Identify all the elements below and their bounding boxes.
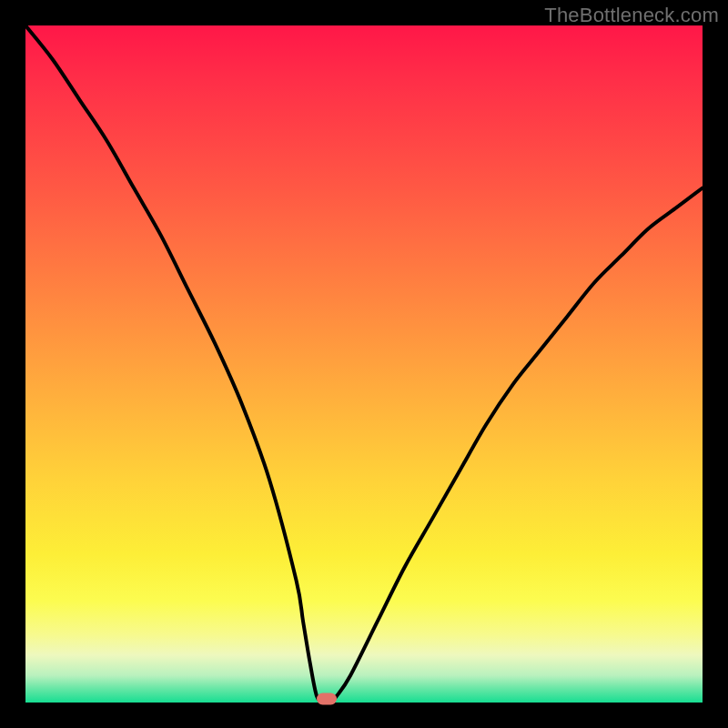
watermark-text: TheBottleneck.com: [544, 4, 719, 27]
curve-svg: [25, 25, 703, 703]
optimum-marker: [317, 693, 337, 705]
bottleneck-curve: [25, 25, 703, 703]
plot-area: [25, 25, 703, 703]
chart-frame: TheBottleneck.com: [0, 0, 728, 728]
